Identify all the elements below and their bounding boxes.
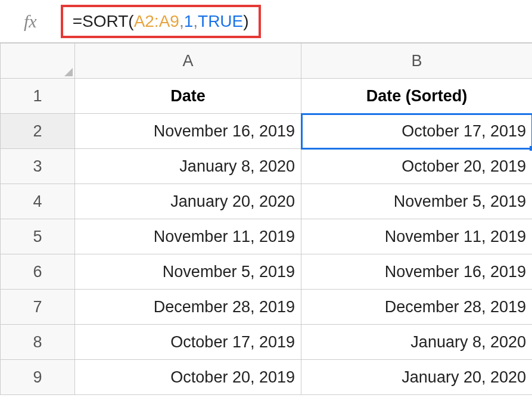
formula-comma: , [179, 12, 184, 30]
cell-a6[interactable]: November 5, 2019 [75, 254, 301, 290]
table-row: 4 January 20, 2020 November 5, 2019 [1, 184, 533, 219]
row-header[interactable]: 7 [1, 290, 75, 325]
cell-b7[interactable]: December 28, 2019 [301, 290, 533, 325]
table-row: 1 Date Date (Sorted) [1, 79, 533, 114]
column-header-b[interactable]: B [301, 43, 533, 79]
formula-paren-close: ) [243, 12, 248, 30]
cell-a1[interactable]: Date [75, 79, 301, 114]
cell-b5[interactable]: November 11, 2019 [301, 219, 533, 254]
fx-icon: fx [24, 11, 37, 32]
cell-b1[interactable]: Date (Sorted) [301, 79, 533, 114]
cell-value: October 17, 2019 [402, 122, 526, 140]
row-header[interactable]: 4 [1, 184, 75, 219]
formula-range: A2:A9 [134, 12, 179, 30]
row-header[interactable]: 3 [1, 149, 75, 184]
column-header-a[interactable]: A [75, 43, 301, 79]
row-header[interactable]: 5 [1, 219, 75, 254]
cell-a9[interactable]: October 20, 2019 [75, 360, 301, 395]
cell-a4[interactable]: January 20, 2020 [75, 184, 301, 219]
table-row: 2 November 16, 2019 October 17, 2019 [1, 114, 533, 149]
spreadsheet-grid[interactable]: A B 1 Date Date (Sorted) 2 November 16, … [0, 43, 532, 395]
cell-b3[interactable]: October 20, 2019 [301, 149, 533, 184]
formula-num: 1 [184, 12, 194, 30]
cell-b2-selected[interactable]: October 17, 2019 [301, 114, 533, 149]
row-header[interactable]: 1 [1, 79, 75, 114]
formula-function: SORT [82, 12, 128, 30]
cell-b9[interactable]: January 20, 2020 [301, 360, 533, 395]
cell-a5[interactable]: November 11, 2019 [75, 219, 301, 254]
cell-b4[interactable]: November 5, 2019 [301, 184, 533, 219]
table-row: 5 November 11, 2019 November 11, 2019 [1, 219, 533, 254]
column-header-row: A B [1, 43, 533, 79]
cell-a2[interactable]: November 16, 2019 [75, 114, 301, 149]
table-row: 8 October 17, 2019 January 8, 2020 [1, 325, 533, 360]
formula-input[interactable]: =SORT(A2:A9,1,TRUE) [61, 5, 261, 38]
table-row: 9 October 20, 2019 January 20, 2020 [1, 360, 533, 395]
row-header[interactable]: 8 [1, 325, 75, 360]
cell-a8[interactable]: October 17, 2019 [75, 325, 301, 360]
table-row: 3 January 8, 2020 October 20, 2019 [1, 149, 533, 184]
formula-bool: TRUE [198, 12, 243, 30]
cell-a7[interactable]: December 28, 2019 [75, 290, 301, 325]
row-header[interactable]: 6 [1, 254, 75, 290]
row-header[interactable]: 9 [1, 360, 75, 395]
formula-comma: , [193, 12, 198, 30]
select-all-corner[interactable] [1, 43, 75, 79]
table-row: 6 November 5, 2019 November 16, 2019 [1, 254, 533, 290]
cell-b6[interactable]: November 16, 2019 [301, 254, 533, 290]
cell-a3[interactable]: January 8, 2020 [75, 149, 301, 184]
table-row: 7 December 28, 2019 December 28, 2019 [1, 290, 533, 325]
formula-bar: fx =SORT(A2:A9,1,TRUE) [0, 0, 532, 43]
corner-triangle-icon [64, 68, 73, 76]
row-header[interactable]: 2 [1, 114, 75, 149]
formula-equals: = [73, 12, 82, 30]
cell-b8[interactable]: January 8, 2020 [301, 325, 533, 360]
formula-paren-open: ( [128, 12, 133, 30]
fill-handle[interactable] [530, 146, 532, 151]
